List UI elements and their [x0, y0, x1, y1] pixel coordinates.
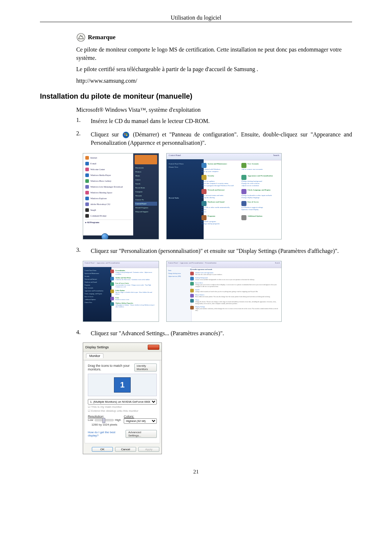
start-menu-item[interactable]: Windows Live Messenger Download	[85, 184, 132, 190]
ap-side-item[interactable]: Ease of Access	[85, 296, 110, 297]
start-menu-right-item[interactable]: Control Panel	[135, 202, 157, 206]
cp-category[interactable]: User AccountsAdd or remove user accounts	[241, 163, 278, 173]
start-menu-right-item[interactable]: Pictures	[135, 170, 157, 174]
ap-category[interactable]: Folder OptionsSpecify single- or double-…	[110, 290, 156, 295]
screenshot-control-panel: Control PanelSearch Control Panel HomeCl…	[166, 153, 282, 239]
pe-item[interactable]: ThemeChange the theme. Themes can change…	[190, 299, 279, 304]
all-programs[interactable]: ▸ All Programs	[85, 219, 132, 225]
start-menu-item[interactable]: Command Prompt	[85, 213, 132, 219]
step-1-number: 1.	[76, 117, 83, 123]
pe-item[interactable]: Display SettingsAdjust your monitor reso…	[190, 306, 279, 311]
close-icon[interactable]	[148, 345, 159, 350]
step-2-suffix: (Démarrer) et "Panneau de configuration"…	[91, 131, 352, 146]
cp-side-item[interactable]: Classic View	[169, 166, 201, 168]
note-paragraph-1: Ce pilote de moniteur comporte le logo M…	[76, 45, 352, 62]
start-menu-right-item[interactable]: Games	[135, 178, 157, 182]
start-menu-right-item[interactable]: Recent Items	[135, 186, 157, 190]
resolution-value: 1280 by 1024 pixels	[88, 423, 121, 426]
start-menu-item[interactable]: Internet	[85, 155, 132, 161]
ap-category[interactable]: Taskbar and Start MenuCustomize the Star…	[110, 277, 156, 280]
start-menu-item[interactable]: Windows Media Player	[85, 172, 132, 178]
screenshot-start-menu: InternetE-mailWelcome CenterWindows Medi…	[83, 153, 159, 239]
start-menu-item[interactable]: Windows Photo Gallery	[85, 178, 132, 184]
pe-side-item[interactable]: Adjust font size (DPI)	[168, 275, 190, 277]
page-header: Utilisation du logiciel	[40, 15, 352, 21]
ok-button[interactable]: OK	[92, 447, 113, 452]
start-menu-right-item[interactable]: Network	[135, 194, 157, 198]
start-menu-right-item[interactable]: Default Programs	[135, 206, 157, 210]
start-menu-item[interactable]: Welcome Center	[85, 167, 132, 172]
ap-category[interactable]: FontsInstall or remove a font	[110, 297, 156, 300]
dlg-title: Display Settings	[85, 345, 109, 349]
pe-side-item[interactable]: Tasks	[168, 270, 190, 271]
step-4-text: Cliquez sur "Advanced Settings... (Param…	[91, 329, 352, 337]
pe-item[interactable]: SoundsChange which sounds are heard when…	[190, 289, 279, 292]
start-menu-item[interactable]: Windows Meeting Space	[85, 190, 132, 196]
ap-side-item[interactable]: Programs	[85, 284, 110, 286]
section-heading: Installation du pilote de moniteur (manu…	[40, 92, 352, 100]
cp-category[interactable]: Ease of AccessLet Windows suggest settin…	[241, 201, 278, 213]
screenshot-appearance: Control Panel > Appearance and Personali…	[83, 261, 159, 322]
cp-category[interactable]: Clock, Language, and RegionChange keyboa…	[241, 189, 278, 199]
start-menu-right-item[interactable]: Help and Support	[135, 210, 157, 214]
apply-button[interactable]: Apply	[138, 447, 159, 452]
ap-category[interactable]: Ease of Access CenterAccommodate low vis…	[110, 282, 156, 288]
pe-side-item[interactable]: Change desktop icons	[168, 272, 190, 274]
step-2-text: Cliquez sur (Démarrer) et "Panneau de co…	[91, 130, 352, 147]
ap-side-item[interactable]: Network and Internet	[85, 278, 110, 280]
resolution-slider[interactable]	[95, 419, 114, 421]
cp-category[interactable]: Appearance and PersonalizationChange des…	[241, 175, 278, 187]
cp-category[interactable]: System and MaintenanceGet started with W…	[201, 163, 238, 173]
pe-item[interactable]: Window Color and AppearanceFine tune the…	[190, 272, 279, 275]
identify-monitors-button[interactable]: Identify Monitors	[134, 364, 157, 372]
start-menu-item[interactable]: Windows Explorer	[85, 196, 132, 201]
ap-side-item[interactable]: Classic View	[85, 301, 110, 303]
header-rule	[40, 22, 352, 22]
ap-category[interactable]: Windows Sidebar PropertiesAdd gadgets to…	[110, 302, 156, 308]
start-menu-right-item[interactable]: Connect To	[135, 198, 157, 202]
step-3-number: 3.	[76, 247, 83, 253]
note-label: Remarque	[88, 34, 115, 41]
cp-side-item[interactable]: Control Panel Home	[169, 163, 201, 165]
help-link[interactable]: How do I get the best display?	[88, 431, 126, 437]
cancel-button[interactable]: Cancel	[115, 447, 136, 452]
pe-item[interactable]: Screen SaverChange your screen saver or …	[190, 282, 279, 287]
chk-main-monitor: ☑ This is my main monitor	[88, 405, 157, 409]
start-menu-item[interactable]: E-mail	[85, 161, 132, 167]
screenshot-display-settings: Display Settings Monitor Drag the icons …	[83, 342, 162, 454]
tab-monitor[interactable]: Monitor	[86, 353, 103, 358]
start-menu-item[interactable]: Adobe Photoshop CS2	[85, 201, 132, 207]
cp-category[interactable]: SecurityCheck for updatesCheck this comp…	[201, 175, 238, 187]
pe-breadcrumb: Control Panel > Appearance and Personali…	[168, 262, 216, 267]
chk-extend-desktop: ☑ Extend the desktop onto this monitor	[88, 409, 157, 413]
start-menu-right-item[interactable]: Documents	[135, 166, 157, 170]
cp-category[interactable]: ProgramsUninstall a programChange startu…	[201, 215, 238, 225]
page-number: 21	[40, 469, 352, 475]
ap-side-item[interactable]: Appearance and Personalization	[85, 290, 110, 292]
ap-category[interactable]: PersonalizationChange desktop background…	[110, 270, 156, 275]
ap-side-item[interactable]: Hardware and Sound	[85, 281, 110, 283]
pe-item[interactable]: Desktop BackgroundChoose from available …	[190, 277, 279, 280]
ap-side-item[interactable]: Control Panel Home	[85, 270, 110, 271]
ap-side-item[interactable]: Additional Options	[85, 299, 110, 300]
ap-side-item[interactable]: System and Maintenance	[85, 272, 110, 274]
start-menu-right-item[interactable]: Search	[135, 182, 157, 186]
start-menu-right-item[interactable]: Computer	[135, 190, 157, 194]
pe-item[interactable]: Mouse PointersPick a different mouse poi…	[190, 294, 279, 297]
step-2-number: 2.	[76, 130, 83, 137]
cp-breadcrumb: Control Panel	[169, 154, 181, 159]
monitor-select[interactable]: 1. (Multiple Monitors) on NVIDIA GeForce…	[88, 399, 157, 405]
ap-side-item[interactable]: Security	[85, 275, 110, 277]
step-1-text: Insérez le CD du manuel dans le lecteur …	[91, 117, 352, 125]
advanced-settings-button[interactable]: Advanced Settings...	[126, 430, 157, 438]
ap-side-item[interactable]: Clock, Language, and Region	[85, 293, 110, 295]
colors-select[interactable]: Highest (32 bit)	[124, 418, 157, 424]
ap-side-item[interactable]: User Accounts	[85, 287, 110, 289]
step-4-number: 4.	[76, 329, 83, 336]
cp-category[interactable]: Additional Options	[241, 215, 278, 225]
cp-category[interactable]: Hardware and SoundPlay CDs or other medi…	[201, 201, 238, 213]
start-menu-right-item[interactable]: Music	[135, 174, 157, 178]
start-menu-item[interactable]: SnagIt	[85, 207, 132, 213]
monitor-1-icon[interactable]: 1	[114, 377, 131, 393]
cp-category[interactable]: Network and InternetView network status …	[201, 189, 238, 199]
